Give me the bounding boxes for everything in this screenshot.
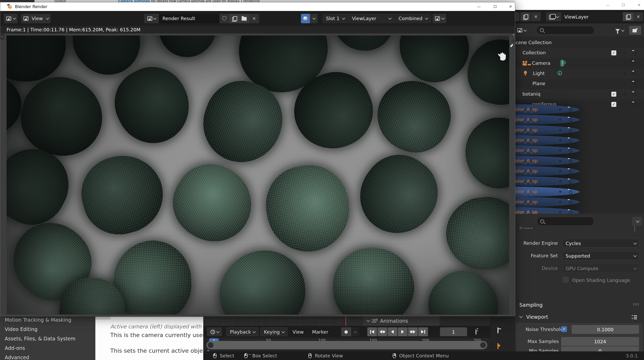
previous-keyframe-button[interactable] (378, 327, 387, 336)
properties-options-button[interactable] (632, 217, 642, 226)
checkbox-icon[interactable]: ✓ (611, 50, 616, 55)
pan-hand-gizmo[interactable] (497, 49, 508, 62)
outliner-row-tree-abies-concolor-a-sp[interactable]: Tree_Abies-concolor_A_sp (515, 207, 580, 214)
view-layer-dropdown[interactable]: ViewLayer (348, 14, 395, 23)
toolbar-expand-arrow[interactable]: › (0, 33, 4, 40)
render-window-titlebar[interactable]: Blender Render — ✕ (0, 2, 515, 11)
manual-sidebar-item[interactable]: Advanced (5, 355, 29, 360)
checkbox-icon[interactable]: ✓ (611, 92, 616, 97)
timeline-editor-type-button[interactable] (207, 327, 222, 336)
scene-copy-button[interactable] (520, 12, 530, 21)
properties-search-input[interactable] (537, 217, 594, 226)
timeline-scrollbar[interactable] (206, 341, 487, 349)
outliner-filter-button[interactable] (611, 26, 628, 35)
outliner-row-camera[interactable]: Camera (515, 58, 644, 68)
new-collection-button[interactable] (629, 26, 641, 35)
render-pass-dropdown[interactable]: Combined (395, 14, 431, 23)
jump-to-start-button[interactable] (367, 327, 377, 336)
chevron-down-icon (441, 16, 445, 20)
outliner-row-tree-abies-concolor-a-sp[interactable]: Tree_Abies-concolor_A_sp (515, 176, 580, 187)
viewport-subpanel-header[interactable]: Viewport (515, 312, 644, 322)
play-reverse-button[interactable] (388, 327, 397, 336)
outliner-row-label: Tree_Abies-concolor_A_sp (515, 178, 537, 184)
record-button[interactable]: ● (341, 327, 351, 336)
current-frame-field[interactable]: 1 (440, 327, 467, 336)
outliner-row-light[interactable]: Light (515, 68, 644, 79)
main-close-button[interactable]: ✕ (637, 3, 641, 7)
render-close-button[interactable]: ✕ (508, 4, 513, 9)
outliner-row-collection[interactable]: Collection✓ (515, 48, 644, 58)
manual-sidebar-item[interactable]: Video Editing (5, 326, 37, 332)
outliner-row-tree-abies-concolor-a-sp[interactable]: Tree_Abies-concolor_A_sp (515, 135, 580, 146)
manual-sidebar-item[interactable]: Assets, Files, & Data System (5, 336, 76, 341)
manual-sidebar-item[interactable]: Motion Tracking & Masking (5, 317, 71, 323)
record-options-button[interactable] (351, 327, 359, 336)
outliner-row-tree-abies-concolor-a-sp[interactable]: Tree_Abies-concolor_A_sp (515, 115, 580, 125)
render-properties-tab[interactable] (497, 328, 498, 333)
render-maximize-button[interactable] (493, 4, 497, 9)
mouse-right-icon (393, 353, 396, 358)
image-pin-options-button[interactable] (310, 14, 318, 23)
noise-threshold-checkbox[interactable]: ✓ (561, 326, 567, 332)
auto-keying-icon[interactable] (475, 329, 477, 334)
outliner-editor-type-button[interactable] (516, 26, 530, 35)
scene-unlink-button[interactable]: ✕ (531, 12, 541, 21)
outliner-search-input[interactable] (536, 26, 594, 34)
max-samples-label: Max Samples (516, 339, 559, 344)
image-editor-type-button[interactable] (4, 14, 18, 23)
max-samples-value[interactable]: 1024 (561, 337, 639, 346)
render-slot-dropdown[interactable]: Slot 1 (322, 14, 349, 23)
object-properties-tab[interactable] (497, 344, 498, 349)
outliner-row-tree-abies-concolor-a-sp[interactable]: Tree_Abies-concolor_A_sp (515, 125, 580, 135)
preset-list-icon[interactable] (632, 315, 637, 319)
main-maximize-button[interactable] (621, 3, 625, 7)
outliner-row-tree-abies-concolor-a-sp[interactable]: Tree_Abies-concolor_A_sp (515, 166, 580, 176)
sampling-panel-title[interactable]: Sampling (519, 302, 543, 308)
render-engine-dropdown[interactable]: Cycles (562, 239, 639, 248)
drag-grip-icon[interactable] (633, 303, 640, 305)
noise-threshold-value[interactable]: 0.1000 (572, 325, 639, 334)
feature-set-dropdown[interactable]: Supported (562, 251, 639, 260)
open-image-button[interactable] (239, 14, 249, 23)
outliner-row-plane[interactable]: Plane (515, 79, 644, 89)
viewlayer-copy-button[interactable] (623, 12, 633, 21)
viewlayer-selector-button[interactable] (546, 12, 561, 21)
unlink-image-button[interactable]: ✕ (249, 14, 259, 23)
image-pin-toggle[interactable] (301, 14, 310, 23)
main-minimize-button[interactable]: — (606, 3, 610, 7)
timeline-menu-marker[interactable]: Marker (309, 327, 332, 336)
render-viewport[interactable] (0, 33, 515, 316)
image-browse-button[interactable] (144, 14, 159, 23)
outliner-row-tree-abies-concolor-a-sp[interactable]: Tree_Abies-concolor_A_sp (515, 156, 580, 166)
checkbox-icon[interactable]: ✓ (611, 102, 616, 107)
timeline-menu-view[interactable]: View (289, 327, 307, 336)
fake-user-button[interactable] (219, 14, 229, 23)
viewlayer-unlink-button[interactable]: ✕ (633, 12, 643, 21)
animations-panel-header[interactable]: Animations (363, 316, 439, 326)
outliner-row-scene-collection[interactable]: Scene Collection (515, 38, 644, 48)
osl-checkbox[interactable] (563, 277, 568, 283)
outliner-row-tree-abies-concolor-a-sp[interactable]: Tree_Abies-concolor_A_sp (515, 187, 580, 197)
render-minimize-button[interactable]: — (477, 4, 481, 9)
timeline-header: PlaybackKeyingViewMarker ● 1 (203, 326, 490, 338)
manual-sidebar-item[interactable]: Add-ons (5, 345, 25, 351)
next-keyframe-button[interactable] (408, 327, 418, 336)
image-name-field[interactable]: Render Result (159, 14, 219, 23)
image-mode-dropdown[interactable]: View (21, 14, 51, 23)
device-dropdown[interactable]: GPU Compute (562, 264, 639, 273)
jump-to-end-button[interactable] (418, 327, 428, 336)
sidebar-expand-arrow[interactable]: ‹ (513, 32, 514, 37)
outliner-row-tree-abies-concolor-a-sp[interactable]: Tree_Abies-concolor_A_sp (515, 146, 580, 156)
render-slot-group: Slot 1 ViewLayer Combined (322, 14, 431, 23)
viewlayer-name-field[interactable]: ViewLayer (561, 12, 623, 21)
new-collection-icon (633, 28, 638, 32)
max-samples-row: Max Samples 1024 (516, 337, 644, 346)
play-button[interactable] (398, 327, 408, 336)
display-channels-button[interactable] (433, 14, 446, 23)
timeline-menu-keying[interactable]: Keying (260, 327, 287, 336)
timeline-menu-playback[interactable]: Playback (226, 327, 259, 336)
outliner-row-label: Tree_Abies-concolor_A_sp (515, 137, 537, 143)
outliner-row-tree-abies-concolor-a-sp[interactable]: Tree_Abies-concolor_A_sp (515, 197, 580, 207)
outliner-row-botaniq[interactable]: botaniq✓ (515, 89, 644, 99)
new-image-button[interactable] (229, 14, 239, 23)
